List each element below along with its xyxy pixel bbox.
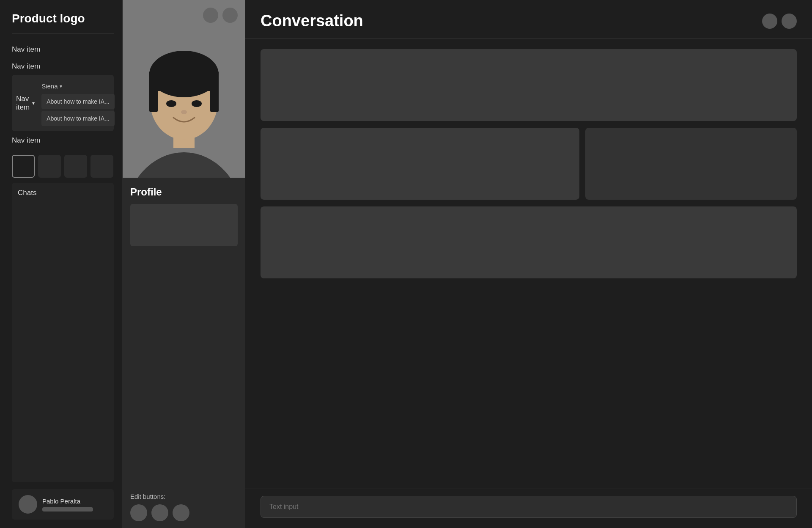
svg-point-0 xyxy=(125,152,243,178)
sub-group-siena[interactable]: Siena ▾ xyxy=(41,80,115,92)
user-avatar xyxy=(19,495,37,514)
svg-rect-6 xyxy=(149,82,158,112)
profile-circle-icon-2[interactable] xyxy=(222,8,238,23)
user-profile-row[interactable]: Pablo Peralta xyxy=(12,489,114,520)
conversation-header: Conversation xyxy=(245,0,812,39)
svg-rect-5 xyxy=(149,82,219,91)
header-action-icons xyxy=(762,14,797,29)
svg-point-8 xyxy=(166,100,176,107)
user-info: Pablo Peralta xyxy=(42,498,93,512)
message-block-3 xyxy=(261,206,797,278)
chats-label: Chats xyxy=(18,189,108,197)
profile-circle-icon-1[interactable] xyxy=(203,8,218,23)
header-action-icon-1[interactable] xyxy=(762,14,777,29)
sidebar: Product logo Nav item Nav item Nav item … xyxy=(0,0,123,528)
edit-buttons-row xyxy=(130,504,238,521)
tab-icon-2[interactable] xyxy=(38,155,61,178)
message-block-1 xyxy=(261,49,797,121)
message-block-right xyxy=(585,128,797,200)
text-input-area xyxy=(245,489,812,528)
edit-button-3[interactable] xyxy=(173,504,189,521)
edit-buttons-label: Edit buttons: xyxy=(130,493,238,500)
edit-buttons-section: Edit buttons: xyxy=(123,486,245,528)
sidebar-item-nav1[interactable]: Nav item xyxy=(12,41,114,58)
sidebar-divider xyxy=(12,33,114,33)
profile-image-area xyxy=(123,0,245,178)
profile-header-icons xyxy=(203,8,238,23)
nav-item-label-4: Nav item xyxy=(12,136,40,144)
sidebar-item-nav2[interactable]: Nav item xyxy=(12,58,114,75)
person-container xyxy=(123,0,245,178)
person-illustration xyxy=(123,0,245,178)
profile-content-box xyxy=(130,204,238,246)
chats-panel: Chats xyxy=(12,183,114,482)
text-input-field[interactable] xyxy=(261,496,797,518)
sub-group: Siena ▾ About how to make IA... About ho… xyxy=(41,80,115,128)
tab-icons-row xyxy=(12,155,114,178)
nav-item-label-3: Nav item xyxy=(16,95,30,112)
profile-title: Profile xyxy=(130,186,238,198)
user-status-bar xyxy=(42,507,93,512)
tab-icon-1[interactable] xyxy=(12,155,35,178)
edit-button-2[interactable] xyxy=(151,504,168,521)
tab-icon-3[interactable] xyxy=(64,155,87,178)
sub-item-2[interactable]: About how to make IA... xyxy=(41,111,115,126)
svg-rect-7 xyxy=(210,82,219,112)
product-logo: Product logo xyxy=(12,12,114,25)
conversation-title: Conversation xyxy=(261,12,363,30)
message-row-2 xyxy=(261,128,797,200)
user-name: Pablo Peralta xyxy=(42,498,93,505)
sub-group-label-text: Siena xyxy=(41,82,58,90)
sub-chevron-icon: ▾ xyxy=(60,83,62,89)
nav-item-label-1: Nav item xyxy=(12,45,40,54)
svg-point-10 xyxy=(181,110,187,114)
messages-area xyxy=(245,39,812,489)
sub-item-1[interactable]: About how to make IA... xyxy=(41,94,115,109)
header-action-icon-2[interactable] xyxy=(782,14,797,29)
nav-item-label-2: Nav item xyxy=(12,62,40,71)
message-block-left xyxy=(261,128,579,200)
sidebar-item-nav3-expanded[interactable]: Nav item ▾ Siena ▾ About how to make IA.… xyxy=(12,75,114,131)
sidebar-item-nav4[interactable]: Nav item xyxy=(12,131,114,150)
tab-icon-4[interactable] xyxy=(91,155,113,178)
right-panel: Conversation xyxy=(245,0,812,528)
middle-panel: Profile Edit buttons: xyxy=(123,0,245,528)
profile-info-section: Profile xyxy=(123,178,245,486)
chevron-down-icon: ▾ xyxy=(32,100,35,106)
svg-point-9 xyxy=(192,100,202,107)
edit-button-1[interactable] xyxy=(130,504,147,521)
